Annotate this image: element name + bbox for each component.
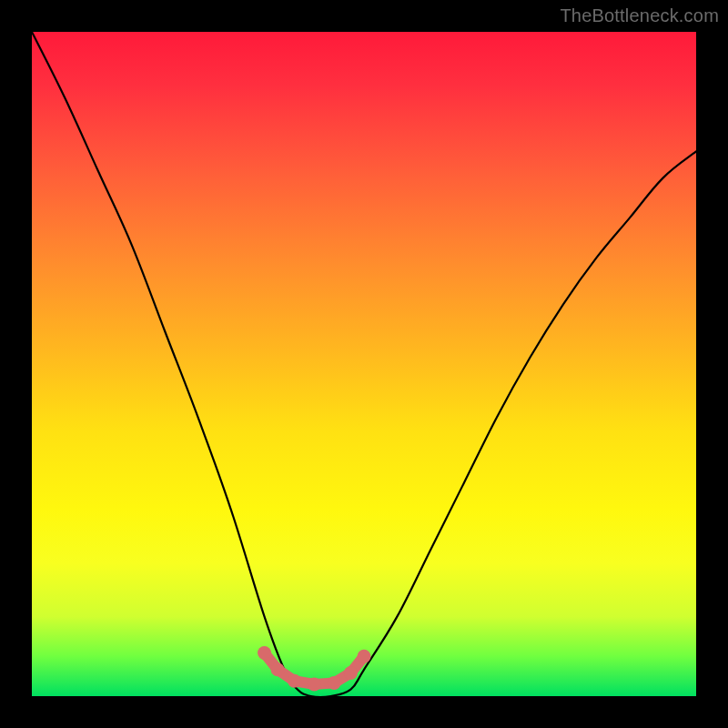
optimal-dot [328, 676, 341, 690]
optimal-dot [271, 662, 285, 676]
chart-frame: TheBottleneck.com [0, 0, 728, 728]
curve-line [32, 32, 696, 697]
optimal-dot [308, 677, 321, 691]
watermark-text: TheBottleneck.com [560, 5, 719, 26]
optimal-dot [358, 650, 371, 663]
bottleneck-curve [32, 32, 696, 696]
optimal-range-dots [258, 646, 371, 691]
optimal-dot [258, 646, 271, 660]
optimal-dot [288, 674, 301, 688]
plot-area [32, 32, 696, 696]
optimal-dot [344, 666, 358, 680]
